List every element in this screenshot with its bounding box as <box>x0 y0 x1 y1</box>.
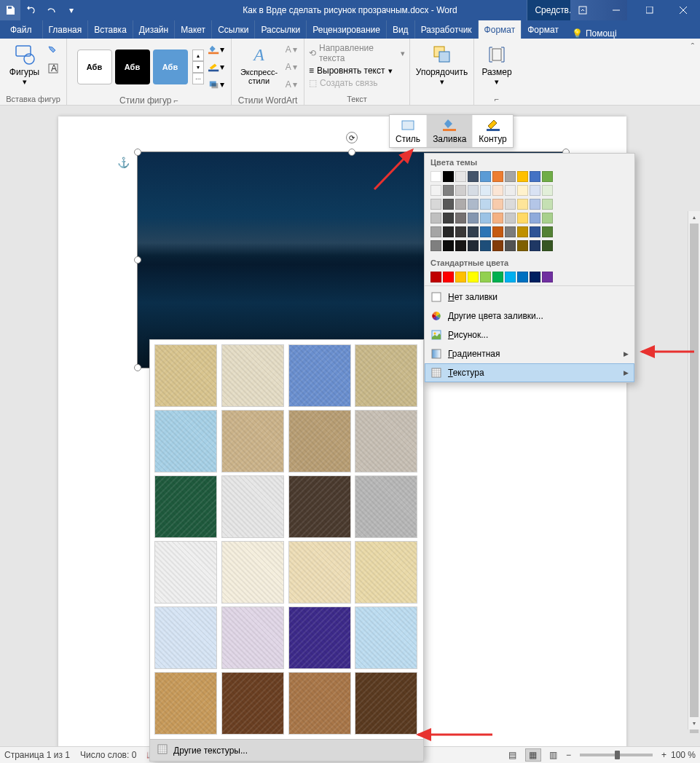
color-swatch[interactable] <box>443 171 454 182</box>
color-swatch[interactable] <box>468 226 479 237</box>
color-swatch[interactable] <box>455 171 466 182</box>
texture-swatch[interactable] <box>355 475 417 538</box>
gallery-up-button[interactable]: ▴ <box>192 50 204 61</box>
texture-swatch[interactable] <box>154 672 217 735</box>
texture-swatch[interactable] <box>221 410 284 473</box>
word-count[interactable]: Число слов: 0 <box>80 750 136 760</box>
texture-swatch[interactable] <box>288 475 351 538</box>
color-swatch[interactable] <box>530 199 540 210</box>
color-swatch[interactable] <box>480 213 491 224</box>
minimize-button[interactable] <box>599 0 633 20</box>
texture-swatch[interactable] <box>221 541 284 604</box>
page-indicator[interactable]: Страница 1 из 1 <box>4 750 70 760</box>
text-effects-button[interactable]: A ▾ <box>283 76 299 92</box>
color-swatch[interactable] <box>468 171 479 182</box>
tab-developer[interactable]: Разработчик <box>415 20 479 39</box>
color-swatch[interactable] <box>530 213 540 224</box>
tab-design[interactable]: Дизайн <box>133 20 175 39</box>
zoom-slider[interactable] <box>580 754 653 756</box>
color-swatch[interactable] <box>530 240 540 251</box>
shape-style-2[interactable]: Абв <box>115 50 150 84</box>
scroll-up-button[interactable]: ▴ <box>688 211 700 224</box>
wordart-styles-button[interactable]: A Экспресс- стили <box>236 41 282 87</box>
scroll-thumb[interactable] <box>690 224 699 733</box>
texture-swatch[interactable] <box>355 672 417 735</box>
shape-effects-button[interactable]: ▾ <box>208 76 224 92</box>
arrange-button[interactable]: Упорядочить▾ <box>412 41 472 87</box>
color-swatch[interactable] <box>468 185 479 196</box>
zoom-out-button[interactable]: − <box>566 750 571 760</box>
resize-handle-n[interactable] <box>348 149 355 156</box>
texture-swatch[interactable] <box>355 541 417 604</box>
read-mode-button[interactable]: ▤ <box>505 748 521 762</box>
shape-fill-button[interactable]: ▾ <box>208 41 224 58</box>
color-swatch[interactable] <box>517 185 528 196</box>
color-swatch[interactable] <box>492 213 503 224</box>
color-swatch[interactable] <box>455 240 466 251</box>
color-swatch[interactable] <box>443 226 454 237</box>
close-button[interactable] <box>666 0 700 20</box>
gradient-fill-item[interactable]: Градиентная ▶ <box>425 344 634 363</box>
size-button[interactable]: Размер▾ <box>477 41 516 87</box>
color-swatch[interactable] <box>443 240 454 251</box>
tab-review[interactable]: Рецензирование <box>307 20 387 39</box>
shapes-gallery-button[interactable]: Фигуры▾ <box>5 41 44 87</box>
mini-fill-button[interactable]: Заливка <box>427 115 473 147</box>
color-swatch[interactable] <box>492 240 503 251</box>
resize-handle-sw[interactable] <box>134 364 141 371</box>
ribbon-options-button[interactable] <box>566 0 599 20</box>
texture-swatch[interactable] <box>288 410 351 473</box>
tab-mailings[interactable]: Рассылки <box>255 20 307 39</box>
edit-shape-button[interactable] <box>45 43 61 59</box>
color-swatch[interactable] <box>505 272 516 282</box>
collapse-ribbon-button[interactable]: ˆ <box>685 39 700 55</box>
mini-style-button[interactable]: Стиль <box>390 115 427 147</box>
texture-swatch[interactable] <box>221 672 284 735</box>
shape-outline-button[interactable]: ▾ <box>208 59 224 75</box>
texture-swatch[interactable] <box>154 410 217 473</box>
gallery-down-button[interactable]: ▾ <box>192 61 204 73</box>
texture-swatch[interactable] <box>288 672 351 735</box>
color-swatch[interactable] <box>480 199 491 210</box>
color-swatch[interactable] <box>542 272 553 282</box>
file-tab[interactable]: Файл <box>0 20 43 39</box>
shape-style-1[interactable]: Абв <box>77 50 112 84</box>
color-swatch[interactable] <box>517 213 528 224</box>
align-text-button[interactable]: ≡Выровнять текст ▾ <box>309 66 393 76</box>
redo-button[interactable] <box>41 0 61 20</box>
zoom-thumb[interactable] <box>615 751 620 759</box>
web-layout-button[interactable]: ▥ <box>546 748 562 762</box>
color-swatch[interactable] <box>430 213 441 224</box>
mini-outline-button[interactable]: Контур <box>473 115 512 147</box>
texture-swatch[interactable] <box>288 606 351 669</box>
color-swatch[interactable] <box>443 199 454 210</box>
tab-view[interactable]: Вид <box>387 20 415 39</box>
color-swatch[interactable] <box>517 226 528 237</box>
texture-swatch[interactable] <box>154 475 217 538</box>
color-swatch[interactable] <box>430 171 441 182</box>
texture-swatch[interactable] <box>154 606 217 669</box>
text-outline-button[interactable]: A ▾ <box>283 59 299 75</box>
vertical-scrollbar[interactable]: ▴ ▾ <box>688 211 700 730</box>
color-swatch[interactable] <box>480 226 491 237</box>
color-swatch[interactable] <box>542 171 553 182</box>
color-swatch[interactable] <box>430 185 441 196</box>
color-swatch[interactable] <box>492 199 503 210</box>
color-swatch[interactable] <box>542 199 553 210</box>
scroll-down-button[interactable]: ▾ <box>688 717 700 730</box>
color-swatch[interactable] <box>430 199 441 210</box>
color-swatch[interactable] <box>455 272 466 282</box>
color-swatch[interactable] <box>443 185 454 196</box>
color-swatch[interactable] <box>480 185 491 196</box>
color-swatch[interactable] <box>492 272 503 282</box>
shape-style-3[interactable]: Абв <box>153 50 188 84</box>
color-swatch[interactable] <box>480 240 491 251</box>
color-swatch[interactable] <box>530 272 540 282</box>
color-swatch[interactable] <box>505 226 516 237</box>
texture-swatch[interactable] <box>288 344 351 407</box>
color-swatch[interactable] <box>430 226 441 237</box>
color-swatch[interactable] <box>455 226 466 237</box>
color-swatch[interactable] <box>480 272 491 282</box>
color-swatch[interactable] <box>430 240 441 251</box>
color-swatch[interactable] <box>530 226 540 237</box>
